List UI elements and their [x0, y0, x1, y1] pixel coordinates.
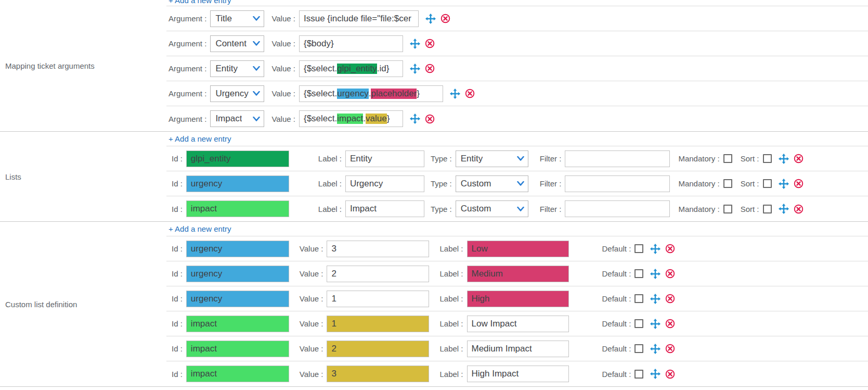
filter-input[interactable]	[565, 150, 670, 167]
move-icon[interactable]	[650, 318, 661, 330]
delete-icon[interactable]	[794, 204, 804, 214]
delete-icon[interactable]	[425, 64, 435, 73]
label-label: Label :	[439, 319, 463, 328]
argument-select[interactable]: Content	[210, 35, 264, 52]
argument-select[interactable]: Title	[210, 10, 264, 27]
move-icon[interactable]	[650, 293, 661, 305]
delete-icon[interactable]	[665, 369, 675, 379]
value-input[interactable]: 1	[327, 291, 429, 307]
id-input[interactable]: impact	[186, 316, 289, 332]
highlighted-token: value	[366, 114, 387, 124]
label-input[interactable]: Medium Impact	[467, 341, 569, 357]
mandatory-checkbox[interactable]	[723, 154, 732, 163]
id-input[interactable]: impact	[186, 341, 289, 357]
argument-select[interactable]: Urgency	[210, 85, 264, 102]
section-mapping-ticket-arguments: Mapping ticket arguments + Add a new ent…	[0, 0, 868, 132]
move-icon[interactable]	[778, 178, 789, 190]
value-label: Value :	[300, 294, 323, 303]
type-label: Type :	[431, 154, 452, 163]
value-input[interactable]: {$select.urgency.placeholder}	[299, 85, 443, 102]
delete-icon[interactable]	[665, 344, 675, 354]
label-input[interactable]: Medium	[467, 266, 569, 282]
move-icon[interactable]	[409, 38, 421, 49]
move-icon[interactable]	[650, 268, 661, 280]
id-input[interactable]: impact	[186, 200, 289, 217]
add-entry-link[interactable]: + Add a new entry	[169, 224, 231, 233]
sort-checkbox[interactable]	[763, 205, 772, 213]
sort-checkbox[interactable]	[763, 154, 772, 163]
value-input[interactable]: 3	[327, 241, 429, 257]
move-icon[interactable]	[409, 63, 421, 74]
value-label: Value :	[271, 115, 295, 123]
move-icon[interactable]	[650, 243, 661, 255]
label-input[interactable]: Entity	[345, 150, 424, 167]
delete-icon[interactable]	[665, 269, 675, 279]
label-input[interactable]: Low	[467, 241, 569, 257]
default-checkbox[interactable]	[634, 344, 643, 353]
mandatory-checkbox[interactable]	[723, 179, 732, 188]
chevron-down-icon	[517, 207, 524, 211]
delete-icon[interactable]	[794, 179, 804, 188]
value-input[interactable]: {$select.impact.value}	[299, 110, 403, 127]
id-input[interactable]: impact	[186, 366, 289, 382]
id-label: Id :	[172, 370, 183, 379]
label-input[interactable]: High	[467, 291, 569, 307]
move-icon[interactable]	[778, 153, 789, 165]
move-icon[interactable]	[650, 343, 661, 355]
default-checkbox[interactable]	[634, 319, 643, 328]
value-label: Value :	[300, 244, 323, 253]
value-input[interactable]: 2	[327, 266, 429, 282]
value-input[interactable]: {$body}	[299, 35, 403, 52]
type-select[interactable]: Custom	[456, 175, 528, 192]
move-icon[interactable]	[778, 203, 789, 215]
default-checkbox[interactable]	[634, 269, 643, 278]
value-input[interactable]: 3	[327, 366, 429, 382]
value-input[interactable]: 2	[327, 341, 429, 357]
custom-list-row: Id : urgency Value : 3 Label : Low Defau…	[166, 236, 868, 261]
mandatory-label: Mandatory :	[678, 154, 719, 163]
default-checkbox[interactable]	[634, 294, 643, 303]
delete-icon[interactable]	[425, 114, 435, 124]
delete-icon[interactable]	[441, 14, 450, 23]
list-row: Id : impact Label : Impact Type : Custom…	[166, 196, 868, 221]
sort-checkbox[interactable]	[763, 179, 772, 188]
chevron-down-icon	[253, 66, 260, 71]
label-input[interactable]: Low Impact	[467, 316, 569, 332]
label-input[interactable]: High Impact	[467, 366, 569, 382]
id-input[interactable]: urgency	[186, 266, 289, 282]
id-input[interactable]: urgency	[186, 241, 289, 257]
add-entry-row: + Add a new entry	[166, 0, 868, 6]
id-label: Id :	[172, 269, 183, 278]
filter-input[interactable]	[565, 175, 670, 192]
value-input[interactable]: Issue {include file="file:$cer	[299, 10, 419, 27]
delete-icon[interactable]	[794, 154, 804, 163]
mandatory-checkbox[interactable]	[723, 205, 732, 213]
id-input[interactable]: glpi_entity	[186, 150, 289, 167]
label-input[interactable]: Impact	[345, 200, 424, 217]
type-select[interactable]: Custom	[456, 200, 528, 217]
add-entry-link[interactable]: + Add a new entry	[169, 0, 231, 5]
value-input[interactable]: {$select.glpi_entity.id}	[299, 60, 403, 77]
delete-icon[interactable]	[665, 294, 675, 304]
label-input[interactable]: Urgency	[345, 175, 424, 192]
default-checkbox[interactable]	[634, 370, 643, 379]
move-icon[interactable]	[409, 113, 421, 124]
value-input[interactable]: 1	[327, 316, 429, 332]
id-input[interactable]: urgency	[186, 291, 289, 307]
argument-select[interactable]: Impact	[210, 110, 264, 127]
move-icon[interactable]	[650, 368, 661, 380]
default-checkbox[interactable]	[634, 244, 643, 253]
id-input[interactable]: urgency	[186, 175, 289, 192]
filter-input[interactable]	[565, 200, 670, 217]
type-select[interactable]: Entity	[456, 150, 528, 167]
add-entry-link[interactable]: + Add a new entry	[169, 134, 231, 143]
delete-icon[interactable]	[665, 244, 675, 254]
delete-icon[interactable]	[665, 319, 675, 329]
argument-label: Argument :	[169, 115, 206, 123]
delete-icon[interactable]	[465, 89, 475, 98]
delete-icon[interactable]	[425, 39, 435, 48]
move-icon[interactable]	[449, 88, 461, 99]
section-custom-list-definition: Custom list definition + Add a new entry…	[0, 222, 868, 387]
argument-select[interactable]: Entity	[210, 60, 264, 77]
move-icon[interactable]	[425, 13, 436, 24]
